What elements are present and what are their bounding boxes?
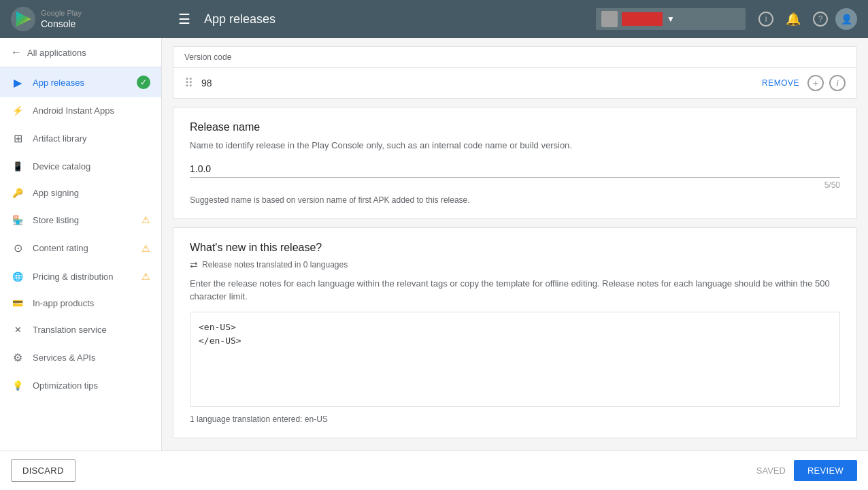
app-name-placeholder xyxy=(622,12,663,26)
sidebar-item-app-signing[interactable]: 🔑 App signing xyxy=(0,180,161,206)
release-notes-textarea[interactable]: <en-US> </en-US> xyxy=(190,312,840,407)
whats-new-card: What's new in this release? ⇄ Release no… xyxy=(173,227,857,438)
translation-hint: ⇄ Release notes translated in 0 language… xyxy=(190,259,840,270)
sidebar-label-content-rating: Content rating xyxy=(33,243,133,253)
sidebar-item-artifact-library[interactable]: ⊞ Artifact library xyxy=(0,124,161,153)
char-count: 5/50 xyxy=(190,180,840,190)
bell-icon: 🔔 xyxy=(786,12,801,27)
store-listing-icon: 🏪 xyxy=(11,215,24,225)
google-label: Google Play xyxy=(41,8,82,18)
version-action-icons: + i xyxy=(807,75,846,91)
main-layout: ← All applications ▶ App releases ✓ ⚡ An… xyxy=(0,38,868,451)
release-name-input[interactable] xyxy=(190,161,840,177)
play-store-logo xyxy=(11,7,35,31)
sidebar-label-app-releases: App releases xyxy=(33,78,129,88)
translate-icon: ⇄ xyxy=(190,259,198,270)
translation-hint-text: Release notes translated in 0 languages xyxy=(202,260,348,270)
sidebar-label-pricing-distribution: Pricing & distribution xyxy=(33,272,133,282)
optimization-tips-icon: 💡 xyxy=(11,380,24,391)
hamburger-button[interactable]: ☰ xyxy=(173,8,196,30)
app-icon xyxy=(601,11,618,27)
dropdown-arrow-icon[interactable]: ▼ xyxy=(667,14,675,24)
sidebar-item-in-app-products[interactable]: 💳 In-app products xyxy=(0,290,161,316)
back-arrow-icon: ← xyxy=(11,46,22,59)
store-listing-warn-icon: ⚠ xyxy=(141,214,150,225)
content-rating-icon: ⊙ xyxy=(11,242,24,255)
check-badge: ✓ xyxy=(137,76,150,89)
app-signing-icon: 🔑 xyxy=(11,188,24,198)
sidebar-label-android-instant: Android Instant Apps xyxy=(33,105,150,116)
android-instant-icon: ⚡ xyxy=(11,105,24,116)
notifications-button[interactable]: 🔔 xyxy=(781,7,805,31)
release-name-input-wrapper xyxy=(190,161,840,178)
avatar-icon: 👤 xyxy=(841,14,852,24)
saved-label: SAVED xyxy=(756,466,786,476)
sidebar-item-store-listing[interactable]: 🏪 Store listing ⚠ xyxy=(0,206,161,233)
drag-handle-icon[interactable]: ⠿ xyxy=(184,76,193,91)
sidebar-label-translation-service: Translation service xyxy=(33,325,150,335)
bottom-actions-bar: DISCARD SAVED REVIEW xyxy=(0,451,868,490)
sidebar-item-optimization-tips[interactable]: 💡 Optimization tips xyxy=(0,372,161,399)
sidebar-label-artifact-library: Artifact library xyxy=(33,133,150,144)
sidebar: ← All applications ▶ App releases ✓ ⚡ An… xyxy=(0,38,162,451)
content-area: Version code ⠿ 98 REMOVE + i Release nam… xyxy=(162,38,868,451)
header-title: App releases xyxy=(204,12,276,27)
sidebar-item-translation-service[interactable]: ✕ Translation service xyxy=(0,316,161,343)
version-code-card: Version code ⠿ 98 REMOVE + i xyxy=(173,46,857,99)
release-name-title: Release name xyxy=(190,121,840,133)
remove-button[interactable]: REMOVE xyxy=(762,78,799,88)
top-header: Google Play Console ☰ App releases ▼ i 🔔… xyxy=(0,0,868,38)
help-icon: ? xyxy=(813,12,828,27)
back-to-all-apps[interactable]: ← All applications xyxy=(0,38,161,67)
version-add-icon[interactable]: + xyxy=(807,75,824,91)
info-button[interactable]: i xyxy=(754,7,778,31)
review-button[interactable]: REVIEW xyxy=(794,460,857,481)
console-label: Console xyxy=(41,18,82,30)
translation-status: 1 language translation entered: en-US xyxy=(190,414,840,424)
pricing-distribution-warn-icon: ⚠ xyxy=(141,271,150,282)
services-apis-icon: ⚙ xyxy=(11,351,24,364)
sidebar-label-optimization-tips: Optimization tips xyxy=(33,380,150,391)
version-number-value: 98 xyxy=(201,78,754,88)
logo-area: Google Play Console xyxy=(11,7,173,31)
release-notes-description: Enter the release notes for each languag… xyxy=(190,277,840,304)
sidebar-item-pricing-distribution[interactable]: 🌐 Pricing & distribution ⚠ xyxy=(0,263,161,290)
header-right: ☰ App releases ▼ i 🔔 ? 👤 xyxy=(173,7,857,31)
sidebar-label-services-apis: Services & APIs xyxy=(33,353,150,363)
release-name-card: Release name Name to identify release in… xyxy=(173,107,857,219)
content-rating-warn-icon: ⚠ xyxy=(141,243,150,254)
sidebar-item-services-apis[interactable]: ⚙ Services & APIs xyxy=(0,343,161,372)
right-actions: SAVED REVIEW xyxy=(756,460,857,481)
back-label: All applications xyxy=(27,48,86,58)
app-selector[interactable]: ▼ xyxy=(596,8,746,30)
version-code-row: ⠿ 98 REMOVE + i xyxy=(173,68,856,98)
sidebar-label-device-catalog: Device catalog xyxy=(33,161,150,172)
logo-text: Google Play Console xyxy=(41,8,82,30)
whats-new-title: What's new in this release? xyxy=(190,242,840,254)
sidebar-label-in-app-products: In-app products xyxy=(33,298,150,308)
sidebar-item-content-rating[interactable]: ⊙ Content rating ⚠ xyxy=(0,233,161,263)
discard-button[interactable]: DISCARD xyxy=(11,459,76,482)
app-releases-icon: ▶ xyxy=(11,76,24,89)
sidebar-item-android-instant[interactable]: ⚡ Android Instant Apps xyxy=(0,97,161,124)
version-info-icon[interactable]: i xyxy=(829,75,846,91)
suggested-text: Suggested name is based on version name … xyxy=(190,195,840,205)
info-icon: i xyxy=(758,12,773,27)
sidebar-item-app-releases[interactable]: ▶ App releases ✓ xyxy=(0,67,161,97)
content-inner: Version code ⠿ 98 REMOVE + i Release nam… xyxy=(162,38,868,451)
release-name-description: Name to identify release in the Play Con… xyxy=(190,139,840,152)
version-code-header: Version code xyxy=(173,47,856,68)
header-icons: i 🔔 ? 👤 xyxy=(754,7,857,31)
pricing-distribution-icon: 🌐 xyxy=(11,272,24,282)
sidebar-item-device-catalog[interactable]: 📱 Device catalog xyxy=(0,153,161,180)
translation-service-icon: ✕ xyxy=(11,325,24,335)
device-catalog-icon: 📱 xyxy=(11,161,24,172)
artifact-library-icon: ⊞ xyxy=(11,132,24,145)
sidebar-label-store-listing: Store listing xyxy=(33,215,133,225)
sidebar-label-app-signing: App signing xyxy=(33,188,150,198)
in-app-products-icon: 💳 xyxy=(11,298,24,308)
account-button[interactable]: 👤 xyxy=(835,8,857,30)
help-button[interactable]: ? xyxy=(808,7,833,31)
